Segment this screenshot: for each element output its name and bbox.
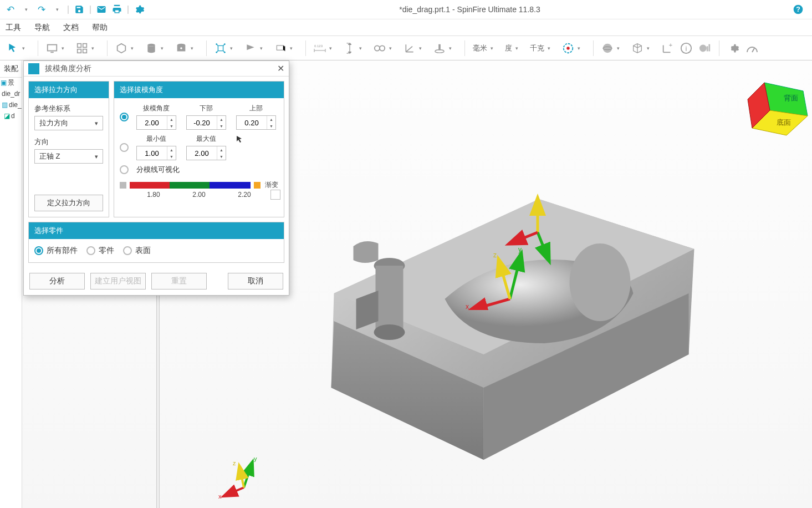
angle-mode-radio-2[interactable] [120,143,129,152]
cube-icon[interactable] [113,40,130,57]
dd-icon[interactable]: ▾ [515,45,522,51]
iso-cube-icon[interactable] [629,40,646,57]
quick-access-toolbar: ↶ ▾ ↷ ▾ | | | [0,2,150,17]
min-input[interactable]: ▲▼ [136,146,176,160]
unit-mass[interactable]: 千克 [530,43,544,53]
ref-coord-select[interactable]: 拉力方向 [34,116,103,130]
svg-text:x: x [218,493,222,500]
redo-icon[interactable]: ↷ [34,2,49,17]
gear-icon[interactable] [725,40,742,57]
cylinder-icon[interactable] [143,40,160,57]
mail-icon[interactable] [94,2,109,17]
print-icon[interactable] [110,2,124,17]
toolbar-sep [719,40,719,56]
dd-icon[interactable]: ▾ [389,45,396,51]
dd-icon[interactable]: ▾ [91,45,98,51]
color-circle-icon[interactable] [560,40,576,57]
layout-icon[interactable] [74,40,90,57]
dd-icon[interactable]: ▾ [548,45,554,51]
svg-point-14 [216,51,217,53]
parts-all-radio[interactable]: 所有部件 [34,246,78,256]
tree-node: ◪d [1,110,22,121]
model-tree[interactable]: ▣景 die_dr ▥die_ ◪d [0,77,22,121]
projection-icon[interactable] [272,40,289,57]
angle-mode-radio-1[interactable] [120,113,129,121]
dialog-header[interactable]: 拔模角度分析 ✕ [24,61,289,77]
dialog-footer: 分析 建立用户视图 重置 取消 [24,267,289,295]
dd-icon[interactable]: ▾ [161,45,167,51]
menu-tools[interactable]: 工具 [6,23,21,33]
meter-icon[interactable] [744,40,760,57]
sphere-icon[interactable] [599,40,616,57]
direction-select[interactable]: 正轴 Z [34,149,103,164]
analyze-button[interactable]: 分析 [29,273,85,289]
dd-icon[interactable]: ▾ [131,45,137,51]
dd-icon[interactable]: ▾ [230,45,237,51]
gray-swatch [120,182,126,189]
gradient-checkbox[interactable] [270,190,280,200]
link-icon[interactable] [371,40,388,57]
parts-part-radio[interactable]: 零件 [86,246,114,256]
upper-input[interactable]: ▲▼ [236,115,276,130]
dd-icon[interactable]: ▾ [22,45,29,51]
dd-icon[interactable]: ▾ [578,45,584,51]
vdim-icon[interactable] [341,40,358,57]
parts-surface-radio[interactable]: 表面 [123,246,151,256]
nav-cube[interactable]: 背面 底面 [742,77,809,138]
dd-icon[interactable]: ▾ [290,45,297,51]
reset-button[interactable]: 重置 [151,273,207,289]
angle-icon[interactable] [401,40,418,57]
unit-length[interactable]: 毫米 [473,43,487,53]
undo-dd-icon[interactable]: ▾ [19,2,33,17]
dd-icon[interactable]: ▾ [647,45,653,51]
draft-angle-input[interactable]: ▲▼ [136,115,176,130]
assembly-tab[interactable]: 装配 [0,60,22,78]
redo-dd-icon[interactable]: ▾ [50,2,64,17]
screen-icon[interactable] [44,40,60,57]
spot-icon[interactable] [242,40,259,57]
help-icon[interactable]: ? [790,1,806,18]
parting-line-radio[interactable] [120,165,129,174]
qat-sep: | [125,2,131,17]
dd-icon[interactable]: ▾ [617,45,624,51]
create-userview-button[interactable]: 建立用户视图 [90,273,146,289]
svg-line-45 [510,232,538,243]
dd-icon[interactable]: ▾ [260,45,267,51]
unit-angle[interactable]: 度 [505,43,512,53]
undo-icon[interactable]: ↶ [3,2,18,17]
gear-cyl-icon[interactable] [173,40,190,57]
settings-gear-icon[interactable] [132,2,146,17]
main-toolbar: ▾ ▾ ▾ ▾ ▾ ▾ ▾ ▾ ▾ 0.123 ▾ ▾ ▾ ▾ ▾ 毫米▾ 度▾… [0,36,812,60]
box-nav-icon[interactable] [212,40,229,57]
svg-line-48 [244,463,252,487]
probe-icon[interactable] [431,40,448,57]
dd-icon[interactable]: ▾ [449,45,456,51]
pointer-icon[interactable] [4,40,21,57]
axis-plus-icon[interactable]: + [659,40,676,57]
svg-rect-6 [78,49,81,53]
svg-line-41 [499,260,510,299]
window-title: *die_drag.prt.1 - SpinFire Ultimate 11.8… [150,5,790,14]
menu-doc[interactable]: 文档 [63,23,79,33]
chart-icon[interactable] [697,40,713,57]
close-icon[interactable]: ✕ [277,63,284,74]
menu-nav[interactable]: 导航 [34,23,50,33]
max-input[interactable]: ▲▼ [186,146,226,160]
dd-icon[interactable]: ▾ [329,45,336,51]
dd-icon[interactable]: ▾ [419,45,426,51]
svg-line-39 [510,255,521,299]
save-icon[interactable] [72,2,86,17]
dd-icon[interactable]: ▾ [491,45,497,51]
cancel-button[interactable]: 取消 [228,273,283,289]
menu-help[interactable]: 帮助 [92,23,108,33]
dd-icon[interactable]: ▾ [191,45,197,51]
define-pull-button[interactable]: 定义拉力方向 [34,195,103,211]
dd-icon[interactable]: ▾ [359,45,366,51]
svg-rect-2 [48,44,57,50]
dd-icon[interactable]: ▾ [62,45,68,51]
info-icon[interactable]: i [678,40,694,57]
dim-icon[interactable]: 0.123 [311,40,328,57]
lower-input[interactable]: ▲▼ [186,115,226,130]
tree-node: die_dr [1,88,22,99]
toolbar-sep [305,40,306,56]
